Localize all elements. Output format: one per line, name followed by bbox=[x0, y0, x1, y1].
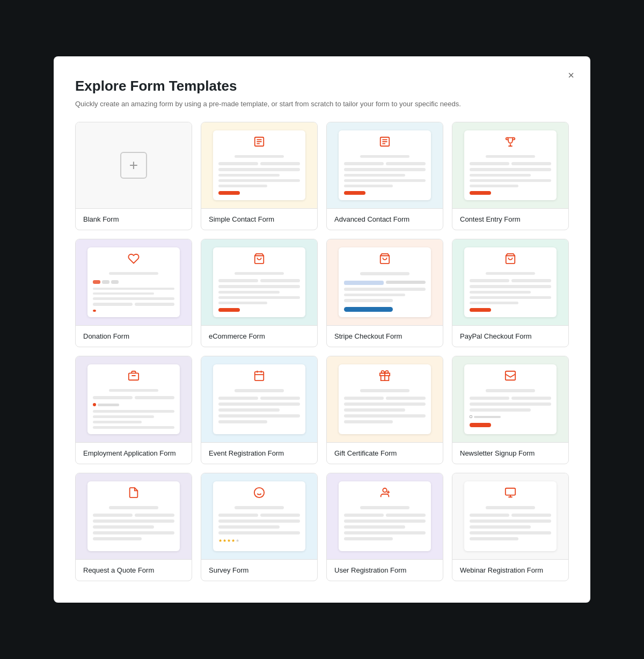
preview-card-inner bbox=[464, 130, 557, 200]
template-preview-paypal-checkout bbox=[452, 239, 568, 325]
template-label-donation: Donation Form bbox=[76, 325, 192, 347]
template-label-request-quote: Request a Quote Form bbox=[76, 559, 192, 581]
preview-card-inner bbox=[339, 130, 431, 200]
template-preview-icon bbox=[344, 136, 426, 150]
svg-point-21 bbox=[254, 488, 264, 497]
template-preview-icon bbox=[470, 370, 552, 384]
preview-card-inner bbox=[464, 247, 557, 317]
template-preview-donation bbox=[76, 239, 192, 325]
template-label-ecommerce: eCommerce Form bbox=[201, 325, 317, 347]
modal-title: Explore Form Templates bbox=[75, 78, 569, 94]
template-preview-gift-certificate bbox=[327, 356, 443, 442]
template-preview-icon bbox=[218, 136, 301, 150]
preview-card-inner bbox=[339, 364, 431, 434]
preview-card-inner bbox=[339, 481, 431, 551]
close-button[interactable]: × bbox=[562, 67, 580, 84]
template-preview-request-quote bbox=[76, 473, 192, 559]
template-preview-blank: + bbox=[76, 122, 192, 208]
preview-card-inner bbox=[339, 247, 431, 317]
template-preview-icon bbox=[93, 487, 175, 501]
template-card-gift-certificate[interactable]: Gift Certificate Form bbox=[326, 356, 443, 464]
svg-rect-11 bbox=[129, 374, 138, 380]
template-preview-webinar-registration bbox=[452, 473, 568, 559]
template-preview-icon bbox=[470, 136, 552, 150]
preview-card-inner bbox=[213, 247, 306, 317]
preview-card-inner bbox=[87, 247, 180, 317]
blank-plus-icon: + bbox=[120, 152, 147, 179]
template-preview-employment bbox=[76, 356, 192, 442]
template-card-paypal-checkout[interactable]: PayPal Checkout Form bbox=[452, 239, 569, 347]
template-preview-icon bbox=[218, 370, 301, 384]
template-label-simple-contact: Simple Contact Form bbox=[201, 208, 317, 230]
preview-card-inner bbox=[213, 364, 306, 434]
template-preview-contest-entry bbox=[452, 122, 568, 208]
template-preview-simple-contact bbox=[201, 122, 317, 208]
template-card-webinar-registration[interactable]: Webinar Registration Form bbox=[452, 473, 569, 581]
template-label-survey: Survey Form bbox=[201, 559, 317, 581]
template-label-user-registration: User Registration Form bbox=[327, 559, 443, 581]
template-card-newsletter-signup[interactable]: Newsletter Signup Form bbox=[452, 356, 569, 464]
template-preview-event-registration bbox=[201, 356, 317, 442]
preview-card-inner: ★ ★ ★ ★ ★ bbox=[213, 481, 306, 551]
template-card-employment[interactable]: Employment Application Form bbox=[75, 356, 192, 464]
template-card-request-quote[interactable]: Request a Quote Form bbox=[75, 473, 192, 581]
template-label-employment: Employment Application Form bbox=[76, 442, 192, 464]
template-label-gift-certificate: Gift Certificate Form bbox=[327, 442, 443, 464]
template-preview-icon bbox=[344, 370, 426, 384]
template-preview-icon bbox=[344, 253, 426, 267]
template-card-advanced-contact[interactable]: Advanced Contact Form bbox=[326, 122, 443, 230]
template-label-webinar-registration: Webinar Registration Form bbox=[452, 559, 568, 581]
preview-card-inner bbox=[87, 364, 180, 434]
template-label-contest-entry: Contest Entry Form bbox=[452, 208, 568, 230]
svg-point-24 bbox=[383, 488, 386, 492]
template-card-event-registration[interactable]: Event Registration Form bbox=[201, 356, 318, 464]
template-preview-icon bbox=[93, 253, 175, 267]
modal-header: Explore Form Templates Quickly create an… bbox=[75, 78, 569, 109]
template-preview-ecommerce bbox=[201, 239, 317, 325]
template-preview-advanced-contact bbox=[327, 122, 443, 208]
template-card-simple-contact[interactable]: Simple Contact Form bbox=[201, 122, 318, 230]
template-preview-icon bbox=[218, 487, 301, 501]
template-label-advanced-contact: Advanced Contact Form bbox=[327, 208, 443, 230]
template-card-ecommerce[interactable]: eCommerce Form bbox=[201, 239, 318, 347]
template-label-newsletter-signup: Newsletter Signup Form bbox=[452, 442, 568, 464]
preview-card-inner bbox=[87, 481, 180, 551]
template-label-stripe-checkout: Stripe Checkout Form bbox=[327, 325, 443, 347]
modal-subtitle: Quickly create an amazing form by using … bbox=[75, 99, 569, 109]
template-card-contest-entry[interactable]: Contest Entry Form bbox=[452, 122, 569, 230]
template-card-user-registration[interactable]: User Registration Form bbox=[326, 473, 443, 581]
preview-card-inner bbox=[464, 481, 557, 551]
template-preview-icon bbox=[470, 253, 552, 267]
svg-rect-20 bbox=[506, 371, 515, 380]
template-card-stripe-checkout[interactable]: Stripe Checkout Form bbox=[326, 239, 443, 347]
template-card-survey[interactable]: ★ ★ ★ ★ ★ Survey Form bbox=[201, 473, 318, 581]
template-card-blank[interactable]: +Blank Form bbox=[75, 122, 192, 230]
modal-overlay[interactable]: × Explore Form Templates Quickly create … bbox=[0, 0, 644, 659]
template-preview-survey: ★ ★ ★ ★ ★ bbox=[201, 473, 317, 559]
svg-rect-27 bbox=[506, 488, 515, 495]
template-label-blank: Blank Form bbox=[76, 208, 192, 230]
template-preview-icon bbox=[218, 253, 301, 267]
template-preview-icon bbox=[93, 370, 175, 384]
preview-card-inner bbox=[464, 364, 557, 434]
template-preview-icon bbox=[344, 487, 426, 501]
svg-rect-14 bbox=[255, 372, 264, 381]
template-preview-newsletter-signup bbox=[452, 356, 568, 442]
template-preview-stripe-checkout bbox=[327, 239, 443, 325]
modal-container: × Explore Form Templates Quickly create … bbox=[54, 56, 590, 603]
template-preview-icon bbox=[470, 487, 552, 501]
preview-card-inner bbox=[213, 130, 306, 200]
templates-grid: +Blank Form Simple Contact Form bbox=[75, 122, 569, 581]
template-preview-user-registration bbox=[327, 473, 443, 559]
template-label-paypal-checkout: PayPal Checkout Form bbox=[452, 325, 568, 347]
template-label-event-registration: Event Registration Form bbox=[201, 442, 317, 464]
template-card-donation[interactable]: Donation Form bbox=[75, 239, 192, 347]
